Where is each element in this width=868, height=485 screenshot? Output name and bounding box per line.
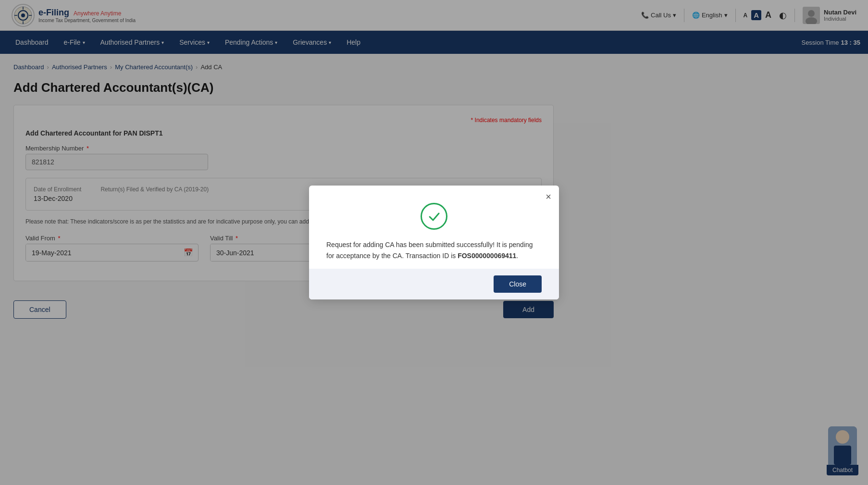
modal-message-end: . xyxy=(516,252,518,260)
modal-footer: Close xyxy=(309,269,559,299)
close-modal-button[interactable]: Close xyxy=(494,275,542,293)
modal-close-x-button[interactable]: × xyxy=(546,191,551,202)
success-modal: × Request for adding CA has been submitt… xyxy=(309,186,559,299)
modal-overlay: × Request for adding CA has been submitt… xyxy=(0,0,868,333)
success-icon xyxy=(421,203,447,230)
transaction-id: FOS000000069411 xyxy=(458,252,516,260)
modal-message: Request for adding CA has been submitted… xyxy=(326,239,542,261)
modal-body: Request for adding CA has been submitted… xyxy=(309,186,559,269)
